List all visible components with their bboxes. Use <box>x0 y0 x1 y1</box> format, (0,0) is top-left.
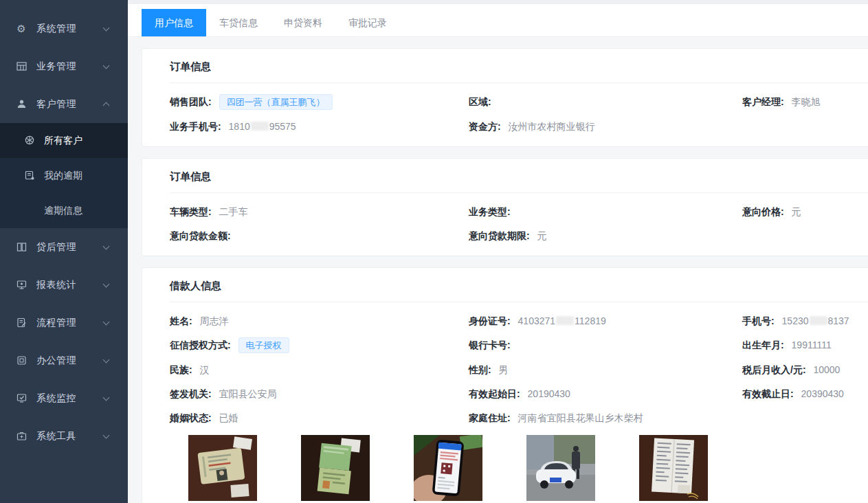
field-intent-loan-term: 意向贷款期限: 元 <box>469 228 742 243</box>
card-title: 订单信息 <box>170 170 868 193</box>
chevron-down-icon <box>103 62 110 69</box>
sidebar-item-my-overdue[interactable]: 我的逾期 <box>0 158 128 193</box>
field-mobile-phone: 手机号: 152308137 <box>742 313 868 328</box>
sidebar-item-report-statistics[interactable]: 报表统计 <box>0 266 128 304</box>
sidebar-item-system-monitor[interactable]: 系统监控 <box>0 379 128 417</box>
main-content: 用户信息 车贷信息 申贷资料 审批记录 订单信息 销售团队: 四团一营（直属王鹏… <box>128 0 868 503</box>
tab-car-loan-info[interactable]: 车贷信息 <box>206 9 271 36</box>
sidebar: ⚙ 系统管理 业务管理 客户管理 所有客户 <box>0 0 128 503</box>
chevron-down-icon <box>103 356 110 363</box>
cards-container: 订单信息 销售团队: 四团一营（直属王鹏飞） 区域: 客户经理: 李晓旭 <box>128 37 868 503</box>
paper-document-photo-thumbnail[interactable] <box>639 435 708 501</box>
loan-intent-card: 订单信息 车辆类型: 二手车 业务类型: 意向价格: 元 <box>142 158 868 256</box>
sidebar-item-label: 所有客户 <box>44 135 82 147</box>
card-title: 借款人信息 <box>170 280 868 302</box>
sidebar-item-label: 办公管理 <box>36 355 76 367</box>
sidebar-item-label: 我的逾期 <box>44 170 82 182</box>
sidebar-item-customer-management[interactable]: 客户管理 <box>0 85 128 123</box>
tab-approval-records[interactable]: 审批记录 <box>335 9 400 36</box>
tools-icon <box>15 430 27 443</box>
sidebar-item-all-customers[interactable]: 所有客户 <box>0 123 128 158</box>
sidebar-item-business-management[interactable]: 业务管理 <box>0 47 128 85</box>
sales-team-tag[interactable]: 四团一营（直属王鹏飞） <box>219 94 333 110</box>
chevron-up-icon <box>103 102 110 109</box>
card-title: 订单信息 <box>170 60 868 83</box>
field-intent-price: 意向价格: 元 <box>742 204 868 219</box>
field-vehicle-type: 车辆类型: 二手车 <box>170 204 469 219</box>
office-icon <box>15 355 27 367</box>
sidebar-item-label: 系统监控 <box>36 392 76 405</box>
field-business-phone: 业务手机号: 181095575 <box>170 119 469 134</box>
field-intent-loan-amount: 意向贷款金额: <box>170 228 469 243</box>
green-certificate-photo-thumbnail[interactable] <box>301 435 370 501</box>
sidebar-item-label: 流程管理 <box>36 317 76 329</box>
sidebar-item-label: 逾期信息 <box>44 205 82 217</box>
user-icon <box>15 98 27 111</box>
field-birth-date: 出生年月: 19911111 <box>742 337 868 353</box>
field-business-type: 业务类型: <box>469 204 742 219</box>
person-with-car-photo-thumbnail[interactable] <box>526 435 595 501</box>
field-home-address: 家庭住址: 河南省宜阳县花果山乡木柴村 <box>469 410 742 425</box>
sidebar-item-label: 业务管理 <box>36 60 76 73</box>
grid-icon <box>15 60 27 73</box>
sidebar-item-label: 系统工具 <box>36 430 76 443</box>
field-valid-from: 有效起始日: 20190430 <box>469 386 742 401</box>
tab-user-info[interactable]: 用户信息 <box>142 9 206 36</box>
sidebar-item-label: 客户管理 <box>36 98 76 111</box>
sidebar-item-overdue-info[interactable]: 逾期信息 <box>0 193 128 228</box>
book-icon <box>15 241 27 254</box>
sidebar-item-process-management[interactable]: 流程管理 <box>0 304 128 342</box>
ledger-icon <box>25 170 36 181</box>
sidebar-item-label: 报表统计 <box>36 279 76 291</box>
field-ethnicity: 民族: 汉 <box>170 362 469 377</box>
order-info-card: 订单信息 销售团队: 四团一营（直属王鹏飞） 区域: 客户经理: 李晓旭 <box>142 48 868 147</box>
chevron-down-icon <box>103 432 110 438</box>
sidebar-item-office-management[interactable]: 办公管理 <box>0 342 128 379</box>
field-id-number: 身份证号: 4103271112819 <box>469 313 742 328</box>
sidebar-item-label: 贷后管理 <box>36 241 76 254</box>
tab-loan-application-materials[interactable]: 申贷资料 <box>271 9 335 36</box>
redaction-blur <box>810 316 827 325</box>
gear-icon: ⚙ <box>15 23 27 35</box>
field-bank-card: 银行卡号: <box>469 337 742 353</box>
app-window: ⚙ 系统管理 业务管理 客户管理 所有客户 <box>0 0 868 503</box>
chart-monitor-icon <box>15 279 27 291</box>
field-region: 区域: <box>469 94 742 110</box>
redaction-blur <box>251 122 269 131</box>
field-credit-auth-method: 征信授权方式: 电子授权 <box>170 337 469 353</box>
borrower-info-card: 借款人信息 姓名: 周志洋 身份证号: 4103271112819 手机号: 1… <box>142 267 868 503</box>
field-sales-team: 销售团队: 四团一营（直属王鹏飞） <box>170 94 469 110</box>
credit-auth-tag[interactable]: 电子授权 <box>238 337 289 353</box>
sidebar-item-postloan-management[interactable]: 贷后管理 <box>0 228 128 266</box>
id-card-photo-thumbnail[interactable] <box>188 435 257 501</box>
chevron-down-icon <box>103 243 110 249</box>
document-photo-row: 个人照 <box>188 435 868 503</box>
chevron-down-icon <box>103 24 110 31</box>
field-funder: 资金方: 汝州市农村商业银行 <box>469 119 742 134</box>
chevron-down-icon <box>103 318 110 325</box>
detail-tabbar: 用户信息 车贷信息 申贷资料 审批记录 <box>128 4 868 37</box>
monitor-icon <box>15 392 27 405</box>
sidebar-item-label: 系统管理 <box>36 23 76 35</box>
field-gender: 性别: 男 <box>469 362 742 377</box>
chevron-down-icon <box>103 280 110 287</box>
field-issuing-authority: 签发机关: 宜阳县公安局 <box>170 386 469 401</box>
chevron-down-icon <box>103 394 110 401</box>
field-marital-status: 婚姻状态: 已婚 <box>170 410 469 425</box>
field-monthly-income: 税后月收入/元: 10000 <box>742 362 868 377</box>
field-name: 姓名: 周志洋 <box>170 313 469 328</box>
customer-submenu: 所有客户 我的逾期 逾期信息 <box>0 123 128 228</box>
field-valid-to: 有效截止日: 20390430 <box>742 386 868 401</box>
process-icon <box>15 317 27 329</box>
field-account-manager: 客户经理: 李晓旭 <box>742 94 868 110</box>
sidebar-item-system-management[interactable]: ⚙ 系统管理 <box>0 10 128 47</box>
phone-authorization-photo-thumbnail[interactable] <box>414 435 482 501</box>
redaction-blur <box>556 316 574 325</box>
all-customers-icon <box>25 135 36 146</box>
sidebar-item-system-tools[interactable]: 系统工具 <box>0 417 128 455</box>
